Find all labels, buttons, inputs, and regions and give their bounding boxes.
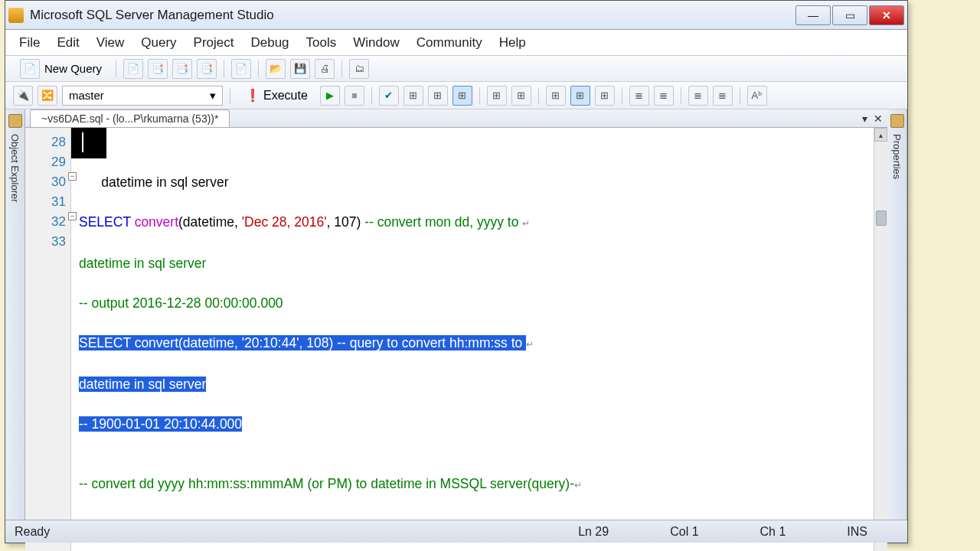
tb2-7[interactable]: ⊞ [570, 86, 590, 106]
code-editor[interactable]: 282930313233 − − datetime in sql server … [25, 128, 887, 551]
app-statusbar: Ready Ln 29 Col 1 Ch 1 INS [5, 520, 907, 543]
line-gutter: 282930313233 − − [25, 128, 71, 551]
database-value: master [69, 89, 104, 102]
tb2-13[interactable]: Aᵇ [747, 86, 767, 106]
new-query-button[interactable]: 📄 New Query [13, 59, 109, 79]
app-window: Microsoft SQL Server Management Studio —… [5, 0, 908, 543]
exclaim-icon: ❗ [245, 88, 260, 103]
code-area[interactable]: datetime in sql server SELECT convert(da… [71, 128, 874, 551]
menu-help[interactable]: Help [499, 35, 526, 51]
menu-community[interactable]: Community [416, 35, 482, 51]
menu-file[interactable]: File [19, 35, 40, 51]
tb-btn-2[interactable]: 📑 [148, 59, 168, 79]
scroll-up-icon[interactable]: ▴ [874, 128, 887, 142]
database-select[interactable]: master▾ [62, 86, 223, 106]
object-explorer-icon[interactable] [8, 114, 22, 128]
minimize-button[interactable]: — [795, 5, 831, 25]
tb2-12[interactable]: ≣ [713, 86, 733, 106]
app-title: Microsoft SQL Server Management Studio [30, 8, 795, 23]
tab-close-icon[interactable]: ✕ [874, 112, 883, 125]
menu-edit[interactable]: Edit [57, 35, 79, 51]
stop-icon[interactable]: ■ [345, 86, 364, 106]
menu-project[interactable]: Project [194, 35, 234, 51]
properties-icon[interactable] [890, 114, 904, 128]
new-query-icon: 📄 [20, 59, 40, 79]
print-icon[interactable]: 🖨 [315, 59, 335, 79]
tab-dropdown-icon[interactable]: ▾ [862, 112, 867, 125]
ch-indicator: Ch 1 [730, 525, 817, 539]
titlebar: Microsoft SQL Server Management Studio —… [5, 1, 907, 30]
tb-btn-3[interactable]: 📑 [172, 59, 192, 79]
menu-view[interactable]: View [96, 35, 125, 51]
outdent-icon[interactable]: ≣ [654, 86, 674, 106]
tb-btn-9[interactable]: 🗂 [349, 59, 369, 79]
right-sidebar: Properties [887, 109, 907, 520]
save-icon[interactable]: 💾 [290, 59, 310, 79]
menu-tools[interactable]: Tools [306, 35, 337, 51]
tb-btn-4[interactable]: 📑 [197, 59, 217, 79]
col-indicator: Col 1 [639, 525, 729, 539]
menu-query[interactable]: Query [141, 35, 176, 51]
menu-window[interactable]: Window [353, 35, 399, 51]
document-tabs: ~vs6DAE.sql - (lo...P\rkumarna (53))* ▾ … [25, 109, 887, 128]
execute-button[interactable]: ❗ Execute [237, 86, 315, 106]
maximize-button[interactable]: ▭ [832, 5, 867, 25]
left-sidebar: Object Explorer [5, 109, 25, 520]
execute-label: Execute [263, 89, 308, 103]
run-icon[interactable]: ▶ [320, 86, 340, 106]
new-query-label: New Query [44, 62, 102, 75]
properties-tab[interactable]: Properties [891, 131, 903, 182]
menubar: File Edit View Query Project Debug Tools… [5, 30, 907, 56]
open-icon[interactable]: 📂 [266, 59, 286, 79]
menu-debug[interactable]: Debug [250, 35, 289, 51]
ins-indicator: INS [816, 525, 898, 539]
connect-icon[interactable]: 🔌 [13, 86, 33, 106]
app-icon [8, 8, 24, 23]
tb2-5[interactable]: ⊞ [511, 86, 531, 106]
document-tab[interactable]: ~vs6DAE.sql - (lo...P\rkumarna (53))* [30, 109, 230, 127]
tb2-11[interactable]: ≣ [688, 86, 708, 106]
line-indicator: Ln 29 [547, 525, 639, 539]
tb2-6[interactable]: ⊞ [546, 86, 566, 106]
scroll-thumb[interactable] [876, 210, 887, 226]
change-conn-icon[interactable]: 🔀 [38, 86, 57, 106]
tb2-8[interactable]: ⊞ [595, 86, 615, 106]
tb2-1[interactable]: ⊞ [403, 86, 423, 106]
toolbar-query: 🔌 🔀 master▾ ❗ Execute ▶ ■ ✔ ⊞ ⊞ ⊞ ⊞ ⊞ ⊞ … [5, 82, 907, 109]
vertical-scrollbar[interactable]: ▴ ▾ [874, 128, 887, 551]
tb2-2[interactable]: ⊞ [428, 86, 448, 106]
text-cursor [71, 128, 106, 158]
results-grid-icon[interactable]: ⊞ [452, 86, 472, 106]
object-explorer-tab[interactable]: Object Explorer [9, 131, 21, 206]
parse-icon[interactable]: ✔ [379, 86, 399, 106]
chevron-down-icon: ▾ [210, 89, 216, 103]
close-button[interactable]: ✕ [869, 5, 904, 25]
toolbar-main: 📄 New Query 📄 📑 📑 📑 📄 📂 💾 🖨 🗂 [5, 56, 907, 82]
indent-icon[interactable]: ≣ [629, 86, 649, 106]
tb-btn-1[interactable]: 📄 [123, 59, 143, 79]
tb2-4[interactable]: ⊞ [487, 86, 507, 106]
tb-btn-5[interactable]: 📄 [231, 59, 251, 79]
ready-label: Ready [15, 525, 50, 539]
